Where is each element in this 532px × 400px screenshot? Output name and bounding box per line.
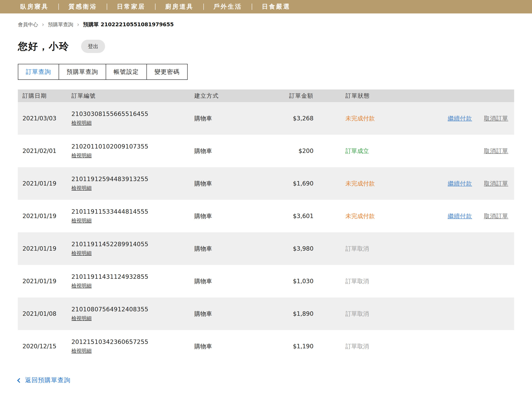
nav-item-daily-home[interactable]: 日常家居 (107, 2, 155, 11)
cancel-order-link[interactable]: 取消訂單 (484, 212, 508, 220)
view-detail-link[interactable]: 檢視明細 (71, 282, 92, 289)
order-method: 購物車 (194, 212, 254, 220)
chevron-right-icon: › (42, 22, 44, 27)
order-number-cell: 21011911431124932855 檢視明細 (71, 273, 194, 289)
table-row: 2021/02/01 21020110102009107355 檢視明細 購物車… (18, 135, 514, 167)
nav-item-bedroom-bedding[interactable]: 臥房寢具 (20, 2, 58, 11)
nav-item-outdoor-life[interactable]: 戶外生活 (204, 2, 252, 11)
order-table-body: 2021/03/03 21030308155665516455 檢視明細 購物車… (18, 102, 514, 363)
back-link-label: 返回預購單查詢 (25, 376, 71, 384)
order-table: 訂購日期 訂單編號 建立方式 訂單金額 訂單狀態 2021/03/03 2103… (18, 89, 514, 363)
view-detail-link[interactable]: 檢視明細 (71, 152, 92, 159)
order-method: 購物車 (194, 343, 254, 350)
back-to-preorder-query-link[interactable]: 返回預購單查詢 (18, 376, 71, 384)
table-row: 2021/01/19 21011911533444814555 檢視明細 購物車… (18, 200, 514, 232)
cancel-order-link[interactable]: 取消訂單 (484, 180, 508, 188)
cancel-order-link[interactable]: 取消訂單 (484, 114, 508, 122)
nav-item-bathroom[interactable]: 質感衛浴 (59, 2, 107, 11)
view-detail-link[interactable]: 檢視明細 (71, 217, 92, 224)
order-actions: 繼續付款 取消訂單 (410, 147, 514, 155)
tab-account-settings[interactable]: 帳號設定 (106, 64, 147, 80)
tab-bar: 訂單查詢 預購單查詢 帳號設定 變更密碼 (18, 64, 532, 80)
breadcrumb-current-preorder: 預購單 21022210551081979655 (83, 21, 174, 28)
cancel-order-link[interactable]: 取消訂單 (484, 147, 508, 155)
tab-order-query[interactable]: 訂單查詢 (18, 64, 59, 80)
order-number-cell: 21011911533444814555 檢視明細 (71, 208, 194, 224)
view-detail-link[interactable]: 檢視明細 (71, 120, 92, 126)
order-status: 未完成付款 (313, 114, 410, 122)
order-method: 購物車 (194, 310, 254, 318)
order-status: 未完成付款 (313, 180, 410, 188)
header-order-status: 訂單狀態 (313, 92, 410, 100)
breadcrumb-preorder-query[interactable]: 預購單查詢 (48, 21, 73, 28)
order-actions: 繼續付款 取消訂單 (410, 114, 514, 122)
order-status: 訂單取消 (313, 310, 410, 318)
order-method: 購物車 (194, 147, 254, 155)
breadcrumb-member-center[interactable]: 會員中心 (18, 21, 38, 28)
order-number: 21011911533444814555 (71, 208, 194, 215)
order-number: 21011911431124932855 (71, 273, 194, 280)
order-number: 21020110102009107355 (71, 143, 194, 150)
order-actions: 繼續付款 取消訂單 (410, 180, 514, 188)
breadcrumb: 會員中心 › 預購單查詢 › 預購單 21022210551081979655 (18, 21, 532, 28)
tab-preorder-query[interactable]: 預購單查詢 (59, 64, 106, 80)
chevron-right-icon: › (77, 22, 79, 27)
order-number-cell: 21010807564912408355 檢視明細 (71, 306, 194, 322)
order-number-cell: 21030308155665516455 檢視明細 (71, 110, 194, 126)
view-detail-link[interactable]: 檢視明細 (71, 185, 92, 191)
continue-payment-link[interactable]: 繼續付款 (448, 114, 472, 122)
continue-payment-link[interactable]: 繼續付款 (448, 212, 472, 220)
order-status: 未完成付款 (313, 212, 410, 220)
order-amount: $3,601 (254, 213, 313, 220)
order-method: 購物車 (194, 114, 254, 122)
table-row: 2021/01/19 21011911452289914055 檢視明細 購物車… (18, 232, 514, 265)
view-detail-link[interactable]: 檢視明細 (71, 315, 92, 322)
page-title-greeting: 您好，小玲 (18, 40, 69, 53)
order-method: 購物車 (194, 180, 254, 188)
greeting-row: 您好，小玲 登出 (18, 40, 532, 53)
order-number: 21010807564912408355 (71, 306, 194, 313)
order-date: 2021/01/19 (18, 245, 71, 252)
order-amount: $1,030 (254, 278, 313, 285)
header-order-number: 訂單編號 (71, 92, 194, 100)
order-amount: $200 (254, 147, 313, 154)
order-date: 2021/03/03 (18, 115, 71, 122)
order-status: 訂單取消 (313, 343, 410, 350)
continue-payment-link[interactable]: 繼續付款 (448, 180, 472, 188)
order-amount: $3,268 (254, 115, 313, 122)
order-number-cell: 21020110102009107355 檢視明細 (71, 143, 194, 159)
table-row: 2021/03/03 21030308155665516455 檢視明細 購物車… (18, 102, 514, 135)
table-row: 2021/01/19 21011912594483913255 檢視明細 購物車… (18, 167, 514, 200)
order-amount: $1,190 (254, 343, 313, 350)
order-date: 2021/01/19 (18, 213, 71, 220)
table-row: 2020/12/15 20121510342360657255 檢視明細 購物車… (18, 330, 514, 363)
order-date: 2021/01/08 (18, 310, 71, 317)
order-number: 20121510342360657255 (71, 338, 194, 345)
order-date: 2021/02/01 (18, 147, 71, 154)
order-number-cell: 21011911452289914055 檢視明細 (71, 241, 194, 256)
table-row: 2021/01/08 21010807564912408355 檢視明細 購物車… (18, 298, 514, 330)
order-date: 2021/01/19 (18, 278, 71, 285)
order-table-header: 訂購日期 訂單編號 建立方式 訂單金額 訂單狀態 (18, 89, 514, 102)
header-order-method: 建立方式 (194, 92, 254, 100)
nav-item-kitchen-tools[interactable]: 廚房道具 (155, 2, 203, 11)
view-detail-link[interactable]: 檢視明細 (71, 250, 92, 256)
order-date: 2021/01/19 (18, 180, 71, 187)
order-number: 21011911452289914055 (71, 241, 194, 248)
header-order-date: 訂購日期 (18, 92, 71, 100)
view-detail-link[interactable]: 檢視明細 (71, 348, 92, 354)
order-amount: $1,890 (254, 310, 313, 317)
order-number: 21030308155665516455 (71, 110, 194, 117)
nav-item-food-selection[interactable]: 日食嚴選 (252, 2, 300, 11)
order-amount: $3,980 (254, 245, 313, 252)
order-number-cell: 20121510342360657255 檢視明細 (71, 338, 194, 354)
table-row: 2021/01/19 21011911431124932855 檢視明細 購物車… (18, 265, 514, 298)
chevron-left-icon (17, 378, 22, 383)
order-method: 購物車 (194, 245, 254, 253)
order-date: 2020/12/15 (18, 343, 71, 350)
order-status: 訂單成立 (313, 147, 410, 155)
order-amount: $1,690 (254, 180, 313, 187)
logout-button[interactable]: 登出 (81, 40, 105, 53)
tab-change-password[interactable]: 變更密碼 (146, 64, 188, 80)
top-navigation: 臥房寢具 質感衛浴 日常家居 廚房道具 戶外生活 日食嚴選 (0, 0, 532, 13)
